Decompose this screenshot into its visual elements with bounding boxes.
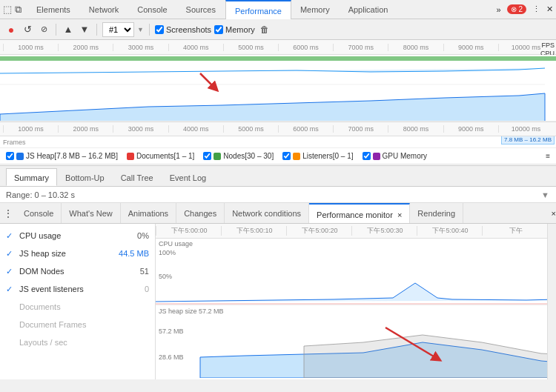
clear-button[interactable]: ⊘ — [37, 23, 50, 36]
call-tree-tab[interactable]: Call Tree — [113, 168, 162, 186]
drawer-tab-performance-monitor[interactable]: Performance monitor × — [309, 203, 410, 224]
separator-1 — [56, 24, 56, 36]
reload-profile-button[interactable]: ↺ — [21, 23, 34, 36]
metric-frames-name: Document Frames — [19, 320, 115, 329]
drawer-close[interactable]: × — [552, 209, 556, 218]
legend-listeners[interactable]: Listeners[0 – 1] — [282, 152, 353, 160]
inspect-icon[interactable]: ⬚ — [3, 4, 12, 15]
summary-tab[interactable]: Summary — [6, 168, 57, 186]
legend-nodes-dot — [214, 153, 221, 160]
cpu-chart-area: CPU usage 100% 50% — [156, 239, 547, 305]
toolbar-right-area — [477, 23, 552, 36]
tab-network[interactable]: Network — [80, 0, 128, 19]
devtools-icons: ⬚ ⧉ — [3, 4, 21, 16]
tick-2: 2000 ms — [58, 44, 113, 51]
legend-listeners-checkbox[interactable] — [282, 152, 291, 160]
tick-4: 4000 ms — [168, 44, 223, 51]
fps-label: FPS — [536, 41, 555, 50]
tab-memory[interactable]: Memory — [291, 0, 340, 19]
btick-5: 5000 ms — [223, 125, 278, 133]
legend-documents[interactable]: Documents[1 – 1] — [127, 152, 194, 160]
trash-button[interactable]: 🗑 — [258, 23, 271, 36]
screenshots-toggle[interactable]: Screenshots — [155, 25, 211, 34]
rtick-0: 下午5:00:00 — [156, 226, 221, 236]
separator-3 — [149, 24, 150, 36]
tick-5: 5000 ms — [223, 44, 278, 51]
memory-checkbox[interactable] — [214, 25, 223, 34]
legend-nodes-checkbox[interactable] — [203, 152, 211, 160]
btick-3: 3000 ms — [113, 125, 168, 133]
metric-documents[interactable]: Documents — [0, 298, 155, 316]
legend-js-heap[interactable]: JS Heap[7.8 MB – 16.2 MB] — [6, 152, 118, 160]
drawer-three-dots[interactable]: ⋮ — [0, 207, 16, 219]
tab-sources[interactable]: Sources — [177, 0, 225, 19]
legend-gpu[interactable]: GPU Memory — [363, 152, 428, 160]
record-button[interactable]: ● — [4, 23, 18, 36]
metric-js-listeners[interactable]: ✓ JS event listeners 0 — [0, 280, 155, 298]
metric-doc-frames[interactable]: Document Frames — [0, 316, 155, 333]
svg-line-2 — [200, 73, 215, 88]
btick-8: 8000 ms — [388, 125, 443, 133]
right-scrollbar[interactable] — [547, 224, 556, 379]
collapse-icon[interactable]: ▼ — [541, 190, 550, 199]
tab-application[interactable]: Application — [340, 0, 398, 19]
range-info-bar: Range: 0 – 10.32 s ▼ — [0, 187, 556, 203]
metric-layouts[interactable]: Layouts / sec — [0, 333, 155, 351]
legend-gpu-label: GPU Memory — [383, 152, 428, 160]
upload-button[interactable]: ▲ — [62, 23, 75, 36]
frames-label: Frames — [3, 139, 26, 146]
legend-menu-icon[interactable]: ≡ — [546, 152, 550, 160]
drawer-tab-whats-new[interactable]: What's New — [62, 203, 120, 224]
legend-js-heap-dot — [16, 153, 24, 160]
memory-toggle[interactable]: Memory — [214, 25, 255, 34]
btick-9: 9000 ms — [443, 125, 498, 133]
drawer-tab-console[interactable]: Console — [16, 203, 62, 224]
drawer-tab-changes[interactable]: Changes — [176, 203, 225, 224]
close-perf-monitor[interactable]: × — [397, 210, 402, 219]
legend-row: JS Heap[7.8 MB – 16.2 MB] Documents[1 – … — [0, 148, 556, 165]
drawer-tab-rendering[interactable]: Rendering — [410, 203, 463, 224]
metric-js-heap[interactable]: ✓ JS heap size 44.5 MB — [0, 245, 155, 262]
download-button[interactable]: ▼ — [78, 23, 91, 36]
metric-dom-nodes[interactable]: ✓ DOM Nodes 51 — [0, 262, 155, 280]
device-icon[interactable]: ⧉ — [15, 4, 21, 16]
metric-cpu-name: CPU usage — [19, 231, 115, 240]
metric-listeners-name: JS event listeners — [19, 285, 115, 293]
rtick-4: 下午5:00:40 — [417, 226, 482, 236]
legend-documents-dot — [127, 153, 134, 160]
drawer-tab-bar: ⋮ Console What's New Animations Changes … — [0, 203, 556, 224]
legend-nodes-label: Nodes[30 – 30] — [223, 152, 274, 160]
tab-performance[interactable]: Performance — [225, 0, 291, 19]
ruler-ticks-bottom: 1000 ms 2000 ms 3000 ms 4000 ms 5000 ms … — [3, 125, 553, 133]
legend-js-heap-checkbox[interactable] — [6, 152, 14, 160]
overflow-tabs-icon[interactable]: » — [497, 5, 501, 14]
separator-2 — [96, 24, 97, 36]
event-log-tab[interactable]: Event Log — [162, 168, 215, 186]
metrics-sidebar: ✓ CPU usage 0% ✓ JS heap size 44.5 MB ✓ … — [0, 224, 156, 379]
top-tab-bar: ⬚ ⧉ Elements Network Console Sources Per… — [0, 0, 556, 19]
metric-heap-value: 44.5 MB — [119, 249, 149, 258]
drawer-tab-network-conditions[interactable]: Network conditions — [225, 203, 309, 224]
drawer-tab-animations[interactable]: Animations — [121, 203, 176, 224]
btick-10: 10000 ms — [498, 125, 553, 133]
metric-listeners-value: 0 — [119, 285, 149, 293]
screenshots-checkbox[interactable] — [155, 25, 164, 34]
heap-chart-svg — [156, 305, 547, 378]
right-ruler-ticks: 下午5:00:00 下午5:00:10 下午5:00:20 下午5:00:30 … — [156, 226, 547, 236]
close-devtools-icon[interactable]: ✕ — [546, 4, 553, 14]
metric-cpu-usage[interactable]: ✓ CPU usage 0% — [0, 227, 155, 245]
tick-9: 9000 ms — [443, 44, 498, 51]
memory-label: Memory — [225, 25, 255, 34]
legend-gpu-checkbox[interactable] — [363, 152, 371, 160]
ruler-ticks-top: 1000 ms 2000 ms 3000 ms 4000 ms 5000 ms … — [3, 44, 553, 51]
profile-selector[interactable]: #1 — [102, 22, 134, 37]
metric-docs-name: Documents — [19, 302, 115, 311]
metric-listeners-check: ✓ — [6, 285, 15, 294]
mini-chart-area — [0, 165, 556, 166]
legend-nodes[interactable]: Nodes[30 – 30] — [203, 152, 274, 160]
tab-elements[interactable]: Elements — [27, 0, 80, 19]
more-options-icon[interactable]: ⋮ — [532, 4, 540, 14]
tab-bar-right: » ⊗ 2 ⋮ ✕ — [497, 4, 553, 14]
bottom-up-tab[interactable]: Bottom-Up — [57, 168, 113, 186]
tab-console[interactable]: Console — [128, 0, 176, 19]
